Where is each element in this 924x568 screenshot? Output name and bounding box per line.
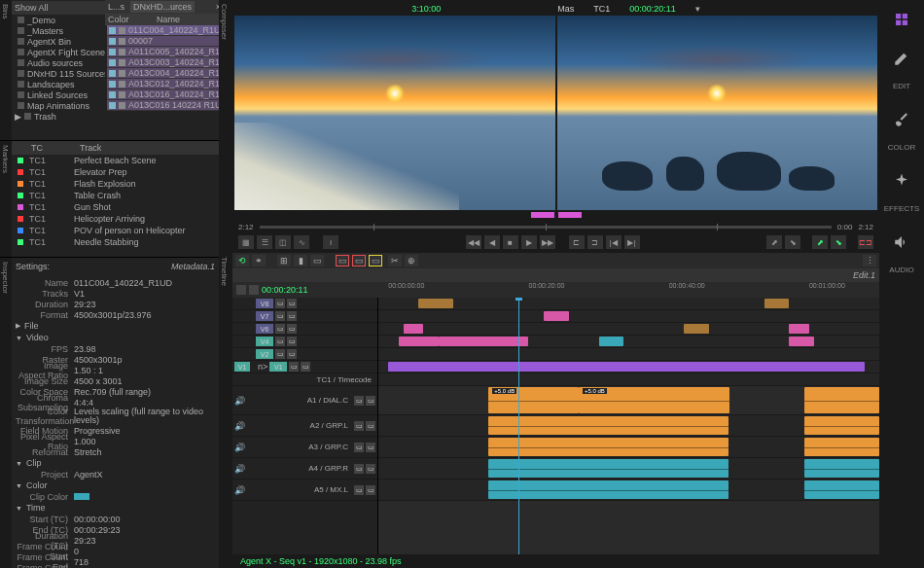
atrack[interactable]: [378, 415, 879, 437]
tc-mode2-icon[interactable]: [249, 285, 259, 295]
add-edit-icon[interactable]: ⊕: [405, 255, 418, 266]
vtrack[interactable]: [378, 310, 879, 323]
solo-button[interactable]: ▭: [366, 421, 375, 431]
mark-in[interactable]: [531, 212, 554, 218]
timeline-panel-tab[interactable]: Timeline: [219, 253, 232, 568]
vtrack[interactable]: [378, 323, 879, 336]
tc1-label[interactable]: TC1: [593, 4, 610, 14]
color-tool-icon[interactable]: [886, 104, 917, 135]
col-track[interactable]: Track: [80, 143, 101, 153]
next-icon[interactable]: ▶▶: [540, 235, 555, 249]
speaker-icon[interactable]: 🔊: [234, 396, 242, 406]
mute-button[interactable]: ▭: [275, 299, 285, 308]
audio-clip[interactable]: [804, 480, 879, 499]
bins-panel-tab[interactable]: Bins: [0, 0, 12, 140]
rec-mode-icon[interactable]: ▭: [336, 255, 349, 266]
audio-clip[interactable]: [488, 438, 729, 456]
mute-button[interactable]: ▭: [354, 485, 364, 495]
edit-tab[interactable]: Edit.1: [853, 270, 875, 280]
bin-tab-2[interactable]: DNxHD...urces: [130, 1, 195, 13]
audio-clip[interactable]: +5.0 dB: [579, 387, 729, 413]
vtrack-header[interactable]: V4▭▭: [232, 336, 377, 348]
clip[interactable]: [439, 337, 529, 346]
sec-color[interactable]: ▼Color: [16, 479, 215, 491]
atrack[interactable]: [378, 458, 879, 479]
vtrack[interactable]: [378, 361, 879, 373]
mute-button[interactable]: ▭: [275, 324, 285, 334]
clip-row[interactable]: A013C004_140224_R1UD: [107, 68, 234, 79]
markers-panel-tab[interactable]: Markers: [0, 141, 12, 257]
clip-row[interactable]: A013C003_140224_R1UD: [107, 57, 234, 68]
play-icon[interactable]: ▶: [521, 235, 537, 249]
source-monitor[interactable]: [234, 16, 555, 210]
marker-row[interactable]: TC1Elevator Prep: [12, 166, 219, 178]
clip[interactable]: [544, 311, 569, 321]
splice-icon[interactable]: ⬈: [766, 235, 782, 249]
marker-row[interactable]: TC1POV of person on Helicopter: [12, 225, 219, 236]
mute-button[interactable]: ▭: [354, 443, 364, 452]
vtrack[interactable]: [378, 348, 879, 361]
trim-mode-icon[interactable]: ▭: [369, 255, 382, 266]
clip-row[interactable]: A013C016_140224_R1UD: [107, 89, 234, 100]
col-tc[interactable]: TC: [31, 143, 80, 153]
col-name[interactable]: Name: [157, 15, 180, 24]
cursor-icon[interactable]: I: [323, 235, 338, 249]
edit-tool-icon[interactable]: [886, 43, 917, 74]
extract-icon[interactable]: ⬊: [831, 235, 846, 249]
clip-row[interactable]: A013C012_140224_R1UD: [107, 79, 234, 89]
timeline-ruler[interactable]: 00:00:00:00 00:00:20:00 00:00:40:00 00:0…: [378, 282, 879, 298]
bins-dropdown[interactable]: Show All: [15, 3, 113, 13]
link-icon[interactable]: ⚭: [252, 255, 266, 266]
clip[interactable]: [789, 337, 814, 346]
record-monitor[interactable]: [557, 16, 878, 210]
clip[interactable]: [388, 362, 864, 372]
col-color[interactable]: Color: [108, 15, 157, 24]
cut-icon[interactable]: ✂: [388, 255, 402, 266]
stop-icon[interactable]: ■: [503, 235, 518, 249]
tl-menu-icon[interactable]: ⋮: [863, 255, 876, 266]
inspector-panel-tab[interactable]: Inspector: [0, 258, 12, 568]
clip[interactable]: [764, 299, 790, 308]
speaker-icon[interactable]: 🔊: [234, 443, 242, 452]
atrack[interactable]: +5.0 dB+5.0 dB: [378, 386, 879, 415]
mute-button[interactable]: ▭: [354, 396, 364, 406]
audio-clip[interactable]: [488, 416, 729, 435]
marker-row[interactable]: TC1Table Crash: [12, 190, 219, 201]
solo-button[interactable]: ▭: [287, 337, 297, 346]
step-back-icon[interactable]: ◀◀: [466, 235, 481, 249]
clip[interactable]: [599, 337, 624, 346]
atrack-header[interactable]: 🔊A4 / GRP.R▭▭: [232, 458, 377, 479]
atrack-header[interactable]: 🔊A3 / GRP.C▭▭: [232, 437, 377, 458]
clip[interactable]: [684, 324, 709, 334]
workspace-icon[interactable]: [886, 4, 917, 35]
bin-tab-1[interactable]: L...s: [108, 2, 124, 12]
clip[interactable]: [789, 324, 809, 334]
list-icon[interactable]: ☰: [257, 235, 272, 249]
atrack-header[interactable]: 🔊A1 / DIAL.C▭▭: [232, 386, 377, 415]
marker-row[interactable]: TC1Helicopter Arriving: [12, 213, 219, 225]
clip[interactable]: [418, 299, 453, 308]
clip[interactable]: [404, 324, 424, 334]
lift-icon[interactable]: ⬈: [812, 235, 828, 249]
prev-icon[interactable]: ◀: [484, 235, 500, 249]
tc-mode-icon[interactable]: [236, 285, 246, 295]
snap-icon[interactable]: ⊞: [277, 255, 291, 266]
effects-tool-icon[interactable]: [886, 165, 917, 196]
solo-button[interactable]: ▭: [287, 324, 297, 334]
clip-row[interactable]: A013C016 140224 R1UD: [107, 100, 234, 111]
segment-icon[interactable]: ▭: [310, 255, 324, 266]
mark-out-icon[interactable]: ⊐: [587, 235, 603, 249]
sec-clip[interactable]: ▼Clip: [16, 457, 215, 469]
solo-button[interactable]: ▭: [366, 485, 375, 495]
audio-tool-icon[interactable]: [886, 227, 917, 258]
vtrack[interactable]: [378, 298, 879, 310]
mute-button[interactable]: ▭: [275, 311, 285, 321]
atrack-header[interactable]: 🔊A5 / MX.L▭▭: [232, 479, 377, 501]
solo-button[interactable]: ▭: [366, 443, 375, 452]
vtrack[interactable]: [378, 336, 879, 348]
marker-row[interactable]: TC1Needle Stabbing: [12, 236, 219, 248]
mute-button[interactable]: ▭: [289, 362, 299, 372]
clip-color-swatch[interactable]: [74, 493, 89, 500]
audio-clip[interactable]: [804, 387, 879, 413]
atrack[interactable]: [378, 479, 879, 501]
